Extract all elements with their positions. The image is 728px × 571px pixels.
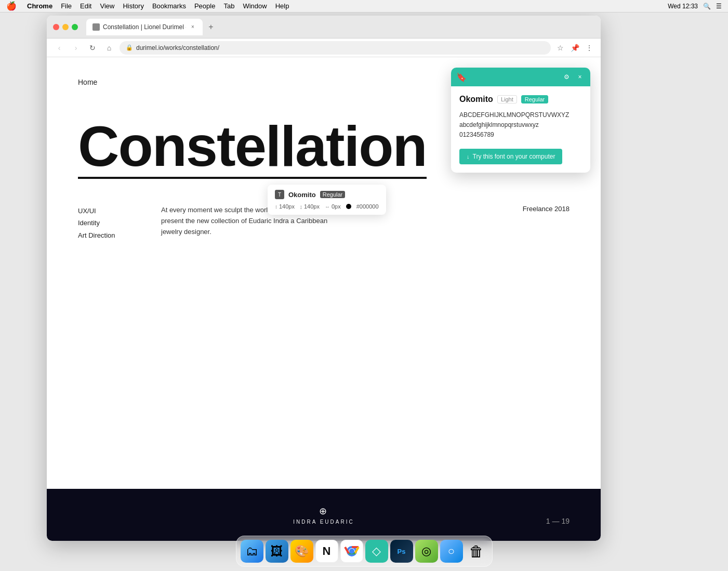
font-tag-regular[interactable]: Regular bbox=[521, 95, 549, 103]
menu-edit[interactable]: Edit bbox=[80, 2, 91, 10]
tab-close-button[interactable]: × bbox=[189, 23, 196, 31]
metric-letter-spacing: ↔ 0px bbox=[325, 203, 341, 210]
menu-window[interactable]: Window bbox=[243, 2, 267, 10]
menu-people[interactable]: People bbox=[194, 2, 215, 10]
category-identity: Identity bbox=[78, 217, 140, 229]
font-panel-preview: ABCDEFGHIJKLMNOPQRSTUVWXYZ abcdefghijklm… bbox=[459, 110, 582, 140]
active-tab[interactable]: Constellation | Lionel Durimel - … × bbox=[86, 19, 203, 35]
menu-view[interactable]: View bbox=[100, 2, 114, 10]
menubar: 🍎 Chrome File Edit View History Bookmark… bbox=[0, 0, 728, 12]
browser-content: Home Constellation UX/UI Identity Art Di… bbox=[47, 57, 601, 541]
font-tooltip-metrics: ↕ 140px ↨ 140px ↔ 0px #000000 bbox=[275, 203, 379, 210]
metric-font-size: ↕ 140px bbox=[275, 203, 295, 210]
try-font-label: Try this font on your computer bbox=[473, 153, 555, 160]
category-art: Art Direction bbox=[78, 229, 140, 241]
address-actions: ☆ 📌 ⋮ bbox=[555, 43, 594, 53]
dock-colors[interactable]: 🎨 bbox=[290, 540, 313, 563]
refresh-button[interactable]: ↻ bbox=[86, 42, 99, 54]
dock-notion[interactable]: N bbox=[315, 540, 338, 563]
font-panel-actions: ⚙ × bbox=[561, 72, 585, 82]
menu-file[interactable]: File bbox=[61, 2, 72, 10]
tab-label: Constellation | Lionel Durimel - … bbox=[103, 23, 186, 31]
lock-icon: 🔒 bbox=[126, 44, 133, 51]
font-inspector-panel: 🔖 ⚙ × Okomito Light Regular ABCDEFGHIJKL… bbox=[451, 68, 590, 173]
site-title: Constellation bbox=[78, 118, 427, 179]
menu-tab[interactable]: Tab bbox=[223, 2, 234, 10]
preview-uppercase: ABCDEFGHIJKLMNOPQRSTUVWXYZ bbox=[459, 110, 582, 120]
color-swatch bbox=[346, 204, 351, 209]
more-button[interactable]: ⋮ bbox=[584, 43, 594, 53]
font-panel-bookmark-icon: 🔖 bbox=[456, 72, 467, 82]
menu-history[interactable]: History bbox=[123, 2, 143, 10]
font-panel-body: Okomito Light Regular ABCDEFGHIJKLMNOPQR… bbox=[451, 86, 590, 173]
try-font-button[interactable]: ↓ Try this font on your computer bbox=[459, 149, 562, 164]
font-panel-settings-button[interactable]: ⚙ bbox=[561, 72, 572, 82]
bookmark-icon[interactable]: ☆ bbox=[555, 43, 565, 53]
download-icon: ↓ bbox=[467, 153, 470, 160]
dock-app2[interactable]: ○ bbox=[440, 540, 463, 563]
traffic-lights bbox=[53, 24, 78, 30]
font-panel-header: 🔖 ⚙ × bbox=[451, 68, 590, 86]
site-bottom: ⊕ INDRA EUDARIC bbox=[47, 489, 601, 541]
dock: 🗂 🖼 🎨 N ◇ Ps ◎ ○ 🗑 bbox=[236, 536, 493, 567]
tooltip-font-name: Okomito bbox=[288, 191, 316, 199]
dock-trash[interactable]: 🗑 bbox=[465, 540, 488, 563]
fullscreen-button[interactable] bbox=[72, 24, 78, 30]
preview-numbers: 0123456789 bbox=[459, 130, 582, 140]
dock-finder[interactable]: 🗂 bbox=[241, 540, 263, 563]
nav-home[interactable]: Home bbox=[78, 78, 97, 86]
menubar-time: Wed 12:33 🔍 ☰ bbox=[668, 3, 722, 10]
font-tooltip-icon: T bbox=[275, 190, 284, 199]
menu-chrome[interactable]: Chrome bbox=[27, 2, 52, 10]
menu-bookmarks[interactable]: Bookmarks bbox=[152, 2, 186, 10]
logo-text: INDRA EUDARIC bbox=[293, 519, 354, 525]
metric-line-height: ↨ 140px bbox=[300, 203, 320, 210]
tab-favicon bbox=[92, 23, 100, 31]
color-value: #000000 bbox=[356, 203, 379, 210]
new-tab-button[interactable]: + bbox=[205, 21, 217, 33]
dock-sketch[interactable]: ◇ bbox=[365, 540, 388, 563]
forward-button[interactable]: › bbox=[70, 42, 82, 54]
logo-icon: ⊕ bbox=[293, 505, 354, 517]
font-tag-light[interactable]: Light bbox=[497, 95, 517, 103]
browser-titlebar: Constellation | Lionel Durimel - … × + bbox=[47, 16, 601, 38]
dock-photos[interactable]: 🖼 bbox=[266, 540, 288, 563]
category-uxui: UX/UI bbox=[78, 205, 140, 217]
url-text: durimel.io/works/constellation/ bbox=[136, 44, 219, 51]
dock-app1[interactable]: ◎ bbox=[415, 540, 438, 563]
font-panel-name-row: Okomito Light Regular bbox=[459, 95, 582, 104]
close-button[interactable] bbox=[53, 24, 59, 30]
svg-point-1 bbox=[349, 549, 354, 554]
meta-categories: UX/UI Identity Art Direction bbox=[78, 205, 140, 241]
dock-photoshop[interactable]: Ps bbox=[390, 540, 413, 563]
preview-lowercase: abcdefghijklmnopqrstuvwxyz bbox=[459, 120, 582, 130]
home-button[interactable]: ⌂ bbox=[103, 42, 115, 54]
dock-chrome[interactable] bbox=[340, 540, 363, 563]
font-tooltip-header: T Okomito Regular bbox=[275, 190, 379, 199]
bottom-logo: ⊕ INDRA EUDARIC bbox=[293, 505, 354, 525]
tab-bar: Constellation | Lionel Durimel - … × + bbox=[86, 19, 594, 35]
font-panel-name: Okomito bbox=[459, 95, 493, 104]
page-number: 1 — 19 bbox=[546, 517, 570, 525]
address-bar: ‹ › ↻ ⌂ 🔒 durimel.io/works/constellation… bbox=[47, 38, 601, 57]
meta-freelance: Freelance 2018 bbox=[523, 205, 570, 213]
browser-window: Constellation | Lionel Durimel - … × + ‹… bbox=[47, 16, 601, 541]
tooltip-font-style: Regular bbox=[320, 191, 346, 198]
font-panel-close-button[interactable]: × bbox=[575, 72, 585, 82]
back-button[interactable]: ‹ bbox=[53, 42, 65, 54]
url-bar[interactable]: 🔒 durimel.io/works/constellation/ bbox=[120, 41, 551, 55]
minimize-button[interactable] bbox=[62, 24, 69, 30]
menu-help[interactable]: Help bbox=[275, 2, 289, 10]
apple-menu[interactable]: 🍎 bbox=[6, 1, 17, 11]
font-tooltip: T Okomito Regular ↕ 140px ↨ 140px ↔ bbox=[268, 185, 386, 215]
pin-icon[interactable]: 📌 bbox=[570, 43, 580, 53]
